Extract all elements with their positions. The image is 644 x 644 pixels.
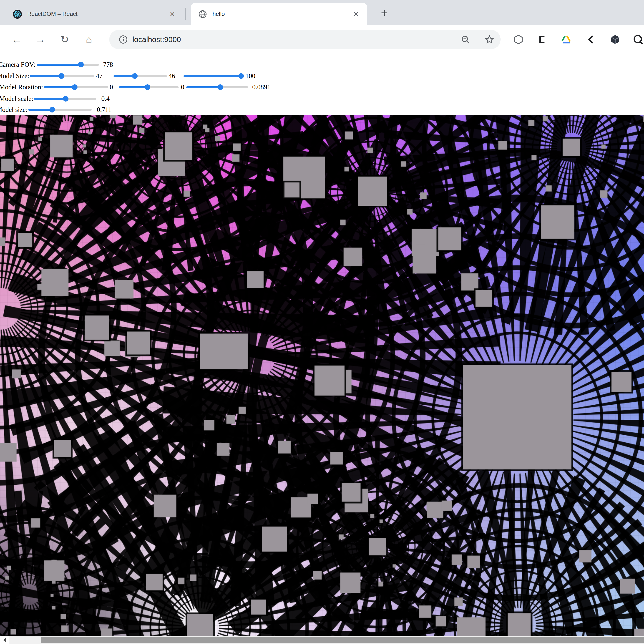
close-icon[interactable]: ×	[167, 9, 178, 19]
slider-fill	[186, 86, 220, 88]
cube-icon[interactable]	[610, 34, 621, 45]
camera-fov-slider-1[interactable]	[37, 62, 99, 67]
model-scale-label: Model scale:	[0, 95, 33, 103]
model-rotation-slider-1[interactable]	[44, 84, 108, 90]
browser-toolbar: ← → ↻ ⌂ localhost:9000	[0, 25, 644, 54]
model-rotation-value-1: 0	[110, 83, 113, 91]
model-size-slider-2[interactable]	[114, 73, 167, 79]
slider-thumb[interactable]	[59, 73, 64, 79]
forward-icon[interactable]: →	[35, 34, 46, 45]
star-icon[interactable]	[485, 35, 494, 44]
info-icon[interactable]	[118, 35, 128, 44]
model-size-value-3: 100	[245, 72, 255, 80]
home-icon[interactable]: ⌂	[86, 34, 92, 45]
hexagon-icon[interactable]	[513, 34, 524, 45]
slider-fill	[28, 109, 52, 111]
model-rotation-slider-2[interactable]	[119, 84, 179, 90]
model-scale-slider-1[interactable]	[34, 96, 96, 102]
model-rotation-slider-3[interactable]	[186, 84, 248, 90]
webgl-canvas[interactable]	[0, 115, 644, 636]
globe-icon	[198, 9, 207, 19]
slider-fill	[34, 98, 66, 100]
slider-thumb[interactable]	[63, 96, 68, 102]
model-rotation-value-3: 0.0891	[252, 83, 270, 91]
slider-fill	[30, 75, 61, 77]
horizontal-scrollbar[interactable]	[0, 636, 644, 644]
camera-fov-label: Camera FOV:	[0, 61, 35, 68]
slider-fill	[184, 75, 241, 77]
zoom-out-icon[interactable]	[460, 35, 470, 44]
camera-fov-value-1: 778	[103, 61, 113, 68]
react-icon	[13, 9, 22, 19]
reload-icon[interactable]: ↻	[60, 34, 69, 45]
tab-title: ReactDOM – React	[27, 11, 167, 17]
drive-icon[interactable]	[561, 34, 572, 45]
address-bar[interactable]: localhost:9000	[109, 30, 501, 49]
slider-thumb[interactable]	[238, 73, 244, 79]
controls-panel: Camera FOV:778Model Size:4746100Model Ro…	[0, 54, 644, 115]
model-scale-value-1: 0.4	[101, 95, 110, 103]
tab-strip: ReactDOM – React × hello × +	[0, 0, 644, 25]
slider-fill	[37, 64, 81, 66]
scroll-left-button[interactable]	[0, 636, 9, 644]
back-icon[interactable]: ←	[12, 34, 22, 45]
scrollbar-thumb[interactable]	[41, 637, 644, 643]
slider-fill	[44, 86, 75, 88]
model-size-label: Model Size:	[0, 72, 29, 80]
model-size-value-1: 0.711	[97, 106, 112, 114]
slider-fill	[114, 75, 135, 77]
close-icon[interactable]: ×	[351, 9, 361, 19]
model-size-slider-1[interactable]	[30, 73, 94, 79]
chevron-left-icon[interactable]	[586, 34, 597, 45]
tab-hello[interactable]: hello ×	[191, 3, 367, 25]
bracket-icon[interactable]	[537, 34, 548, 45]
scroll-left-arrow-icon	[3, 638, 6, 642]
slider-thumb[interactable]	[78, 62, 84, 67]
tab-divider	[185, 8, 186, 20]
browser-window: { "browser": { "tabs": [ { "title": "Rea…	[0, 0, 644, 644]
model-size-slider-3[interactable]	[184, 73, 241, 79]
q-circle-icon[interactable]	[633, 34, 644, 45]
tab-title: hello	[213, 11, 351, 17]
model-size-label: Model size:	[0, 106, 27, 114]
model-rotation-value-2: 0	[181, 83, 184, 91]
model-rotation-label: Model Rotation:	[0, 83, 43, 91]
new-tab-button[interactable]: +	[377, 6, 391, 20]
slider-thumb[interactable]	[49, 107, 55, 112]
slider-thumb[interactable]	[72, 84, 77, 90]
slider-thumb[interactable]	[132, 73, 138, 79]
model-size-value-1: 47	[96, 72, 103, 80]
tab-reactdom[interactable]: ReactDOM – React ×	[6, 3, 184, 25]
model-size-slider-1[interactable]	[28, 107, 92, 112]
slider-fill	[119, 86, 147, 88]
slider-thumb[interactable]	[217, 84, 223, 90]
slider-thumb[interactable]	[145, 84, 150, 90]
url-text[interactable]: localhost:9000	[132, 30, 181, 49]
model-size-value-2: 46	[169, 72, 175, 80]
